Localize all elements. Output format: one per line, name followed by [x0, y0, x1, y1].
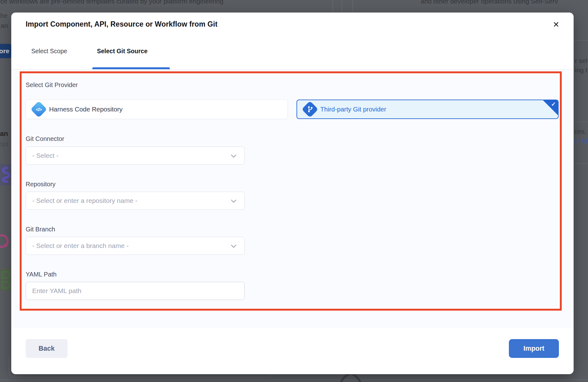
backdrop-curves	[337, 374, 364, 382]
backdrop-divider	[0, 379, 588, 380]
box-icon	[1, 271, 10, 279]
dialog-title: Import Component, API, Resource or Workf…	[26, 20, 217, 28]
target-icon	[0, 234, 9, 248]
backdrop-fragment: ces,	[574, 128, 586, 135]
box-icon	[1, 281, 10, 289]
backdrop-divider	[574, 40, 588, 41]
backdrop-fragment: r sel	[575, 57, 587, 65]
git-connector-label: Git Connector	[26, 135, 64, 142]
provider-option-label: Harness Code Repository	[49, 106, 123, 113]
backdrop-fragment: an	[1, 22, 8, 29]
chevron-down-icon	[231, 243, 236, 248]
tab-select-scope[interactable]: Select Scope	[31, 48, 67, 55]
backdrop-divider	[574, 163, 588, 164]
import-from-git-dialog: Import Component, API, Resource or Workf…	[11, 13, 574, 374]
backdrop-text-right: and other developer operations using Sel…	[421, 0, 558, 5]
git-branch-label: Git Branch	[26, 226, 55, 233]
git-branch-icon	[302, 101, 318, 118]
tab-select-git-source[interactable]: Select Git Source	[97, 48, 147, 55]
workflow-tile	[0, 164, 11, 185]
git-provider-label: Select Git Provider	[26, 81, 78, 89]
git-branch-select[interactable]: - Select or enter a branch name -	[26, 237, 245, 255]
chevron-down-icon	[231, 152, 236, 158]
provider-option-label: Third-party Git provider	[320, 106, 386, 113]
backdrop-fragment: The	[0, 12, 8, 19]
backdrop-link-fragment: rn M	[574, 137, 587, 145]
select-placeholder: - Select or enter a branch name -	[32, 242, 129, 250]
back-button[interactable]: Back	[26, 339, 68, 358]
select-placeholder: - Select -	[32, 152, 58, 159]
backdrop-fragment: ing t	[575, 66, 587, 74]
backdrop-divider	[574, 121, 588, 122]
repository-select[interactable]: - Select or enter a repository name -	[26, 192, 245, 210]
select-placeholder: - Select or enter a repository name -	[32, 197, 137, 204]
backdrop-text-left: vice workflows are pre-defined templates…	[0, 0, 223, 5]
code-icon: </>	[30, 101, 47, 118]
backdrop-fragment: opt	[0, 140, 8, 148]
repository-label: Repository	[26, 181, 56, 188]
selected-check-icon: ✓	[543, 100, 558, 116]
boxes-tile	[0, 268, 11, 291]
yaml-path-input[interactable]	[26, 282, 245, 300]
yaml-path-label: YAML Path	[26, 271, 57, 278]
code-glyph: </>	[36, 107, 42, 112]
import-button[interactable]: Import	[509, 339, 559, 358]
close-icon[interactable]: ✕	[548, 16, 564, 33]
backdrop-fragment: an	[0, 130, 8, 138]
backdrop-button-fragment: ore	[0, 44, 11, 58]
provider-option-harness-code-repository[interactable]: </> Harness Code Repository	[26, 100, 288, 119]
provider-option-third-party-git[interactable]: Third-party Git provider ✓	[297, 100, 559, 119]
git-connector-select[interactable]: - Select -	[26, 147, 245, 165]
chevron-down-icon	[231, 198, 236, 203]
